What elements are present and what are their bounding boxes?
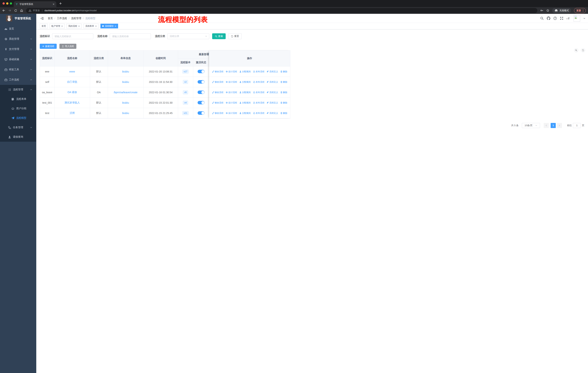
app-title: 芋道管理系统 <box>15 17 31 20</box>
action-assign-link[interactable]: 分配规则 <box>239 112 251 115</box>
sidebar-item-user-group[interactable]: 用户分组 <box>0 104 36 113</box>
action-delete-link[interactable]: 删除 <box>280 81 287 84</box>
breadcrumb-separator: / <box>83 17 84 20</box>
form-info-link[interactable]: biubiu <box>122 81 129 83</box>
process-name-input[interactable] <box>110 33 151 39</box>
search-button[interactable]: 搜索 <box>212 33 226 39</box>
close-icon[interactable] <box>95 25 97 27</box>
action-assign-link[interactable]: 分配规则 <box>239 91 251 94</box>
action-modify-link[interactable]: 修改流程 <box>212 112 223 115</box>
form-info-link[interactable]: /bpm/oa/leave/create <box>114 91 138 94</box>
forward-icon[interactable] <box>8 9 11 12</box>
back-icon[interactable] <box>2 9 5 12</box>
action-delete-link[interactable]: 删除 <box>280 112 287 115</box>
action-assign-link[interactable]: 分配规则 <box>239 70 251 73</box>
action-publish-link[interactable]: 发布流程 <box>253 91 264 94</box>
status-toggle[interactable] <box>198 101 205 104</box>
action-publish-link[interactable]: 发布流程 <box>253 70 264 73</box>
window-minimize-button[interactable] <box>6 2 8 5</box>
process-name-link[interactable]: OA 请假 <box>67 91 77 94</box>
action-delete-link[interactable]: 删除 <box>280 101 287 104</box>
window-close-button[interactable] <box>2 2 5 5</box>
tag-home[interactable]: 首页 <box>40 24 48 28</box>
action-design-link[interactable]: 设计流程 <box>226 101 237 104</box>
action-modify-link[interactable]: 修改流程 <box>212 101 223 104</box>
sidebar-item-leave-query[interactable]: 请假查询 <box>0 132 36 142</box>
action-modify-link[interactable]: 修改流程 <box>212 81 223 84</box>
sidebar-item-process-model[interactable]: 流程模型 <box>0 113 36 123</box>
link-icon <box>267 112 269 114</box>
tag-process-form[interactable]: 流程表单 <box>84 24 99 28</box>
new-tab-button[interactable] <box>59 2 62 5</box>
sidebar-item-payment[interactable]: ¥支付管理 <box>0 44 36 54</box>
action-publish-link[interactable]: 发布流程 <box>253 81 264 84</box>
filter-key-label: 流程标识 <box>40 35 50 38</box>
category-select-placeholder: 流程分类 <box>170 35 179 38</box>
action-delete-link[interactable]: 删除 <box>280 70 287 73</box>
sidebar-item-process-manage[interactable]: 流程管理 <box>0 85 36 94</box>
reset-button[interactable]: 重置 <box>228 33 242 39</box>
action-design-link[interactable]: 设计流程 <box>226 81 237 84</box>
user-icon <box>8 135 11 139</box>
status-toggle[interactable] <box>198 91 205 94</box>
window-zoom-button[interactable] <box>10 2 12 5</box>
action-design-link[interactable]: 设计流程 <box>226 91 237 94</box>
action-definition-link[interactable]: 流程定义 <box>267 70 278 73</box>
breadcrumb-item[interactable]: 工作流程 <box>57 17 67 20</box>
tab-close-icon[interactable] <box>53 3 54 5</box>
sidebar-item-infrastructure[interactable]: 基础设施 <box>0 54 36 64</box>
sidebar-item-workflow[interactable]: 工作流程 <box>0 75 36 85</box>
app-logo[interactable]: 芋道管理系统 <box>0 14 36 23</box>
close-icon[interactable] <box>115 25 116 27</box>
tag-my-process[interactable]: 我的流程 <box>66 24 82 28</box>
reload-icon[interactable] <box>14 9 17 12</box>
sidebar-fold-icon[interactable] <box>41 17 44 20</box>
action-modify-link[interactable]: 修改流程 <box>212 91 223 94</box>
home-icon[interactable] <box>20 9 23 12</box>
address-bar[interactable]: 不安全 dashboard.yudao.iocoder.cn/bpm/manag… <box>26 8 294 13</box>
version-badge: v2 <box>183 80 188 84</box>
tag-process-model[interactable]: 流程模型 <box>100 24 118 28</box>
sidebar-item-task-manage[interactable]: 任务管理 <box>0 123 36 132</box>
status-toggle[interactable] <box>198 70 205 73</box>
process-name-link[interactable]: 自己审批 <box>67 80 77 83</box>
sidebar-item-process-form[interactable]: 流程表单 <box>0 94 36 104</box>
sidebar-item-system[interactable]: 系统管理 <box>0 34 36 44</box>
action-publish-link[interactable]: 发布流程 <box>253 101 264 104</box>
browser-tab[interactable]: 芋道管理系统 <box>14 1 56 7</box>
form-info-link[interactable]: biubiu <box>122 101 129 104</box>
process-key-input[interactable] <box>52 33 93 39</box>
category-select[interactable]: 流程分类 <box>167 33 209 39</box>
operation-row: 修改流程设计流程分配规则发布流程流程定义删除 <box>209 108 290 118</box>
action-definition-link[interactable]: 流程定义 <box>267 81 278 84</box>
sidebar-item-home[interactable]: 首页 <box>0 24 36 34</box>
action-design-link[interactable]: 设计流程 <box>226 112 237 115</box>
action-delete-link[interactable]: 删除 <box>280 91 287 94</box>
close-icon[interactable] <box>61 25 63 27</box>
create-process-button[interactable]: 新建流程 <box>40 44 57 49</box>
process-name-link[interactable]: eeee <box>69 70 75 73</box>
tag-tenant[interactable]: 租户管理 <box>50 24 65 28</box>
close-icon[interactable] <box>78 25 80 27</box>
status-toggle[interactable] <box>198 111 205 115</box>
action-modify-link[interactable]: 修改流程 <box>212 70 223 73</box>
action-assign-link[interactable]: 分配规则 <box>239 101 251 104</box>
breadcrumb-item[interactable]: 首页 <box>48 17 53 20</box>
user-icon <box>239 91 242 93</box>
process-name-link[interactable]: 测试多审批人 <box>64 101 80 104</box>
action-assign-link[interactable]: 分配规则 <box>239 81 251 84</box>
sidebar-item-devtools[interactable]: 研发工具 <box>0 64 36 75</box>
process-name-link[interactable]: 滔博 <box>70 111 75 114</box>
column-header-key: 流程标识 <box>40 50 54 66</box>
breadcrumb-item[interactable]: 流程管理 <box>71 17 81 20</box>
status-toggle[interactable] <box>198 80 205 84</box>
form-info-link[interactable]: biubiu <box>122 70 129 73</box>
import-process-button[interactable]: 导入流程 <box>59 44 76 49</box>
action-design-link[interactable]: 设计流程 <box>226 70 237 73</box>
action-definition-link[interactable]: 流程定义 <box>267 91 278 94</box>
action-definition-link[interactable]: 流程定义 <box>267 101 278 104</box>
form-info-link[interactable]: biubiu <box>122 112 129 115</box>
action-definition-link[interactable]: 流程定义 <box>267 112 278 115</box>
action-publish-link[interactable]: 发布流程 <box>253 112 264 115</box>
plus-icon <box>42 45 44 47</box>
